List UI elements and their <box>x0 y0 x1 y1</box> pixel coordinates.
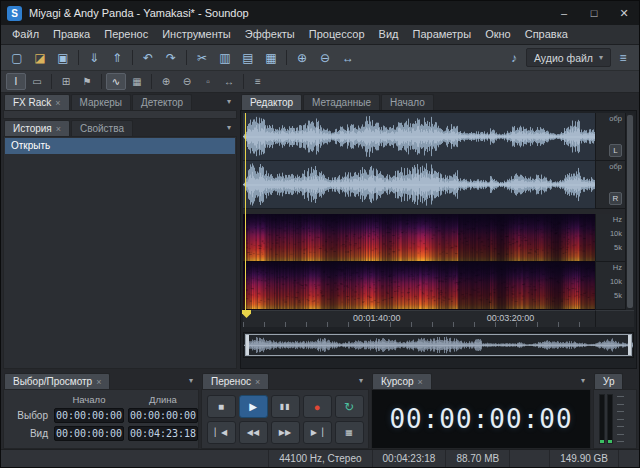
marker-tool-button[interactable]: ⚑ <box>77 73 97 90</box>
zoom-selection-tool-button[interactable]: ▫ <box>198 73 218 90</box>
overview-strip[interactable] <box>243 332 634 358</box>
rewind-button[interactable]: ◀◀ <box>239 421 268 444</box>
spectral-view-toggle-button[interactable]: ▦ <box>127 73 147 90</box>
waveform-view-toggle-button[interactable]: ∿ <box>106 73 126 90</box>
cursor-time-display[interactable]: 00:00:00:00 <box>389 404 572 434</box>
menu-processor[interactable]: Процессор <box>302 25 372 44</box>
amplitude-ruler-left[interactable]: обр L <box>595 113 625 161</box>
tab-transport[interactable]: Перенос × <box>202 373 269 389</box>
tab-label: Редактор <box>250 97 293 108</box>
record-button[interactable]: ● <box>303 395 332 418</box>
menu-window[interactable]: Окно <box>478 25 518 44</box>
tab-history[interactable]: История × <box>4 120 70 136</box>
menu-view[interactable]: Вид <box>372 25 406 44</box>
fast-forward-button[interactable]: ▶▶ <box>271 421 300 444</box>
close-tab-icon[interactable]: × <box>255 377 260 387</box>
history-list: Открыть <box>3 136 237 369</box>
tab-selection-view[interactable]: Выбор/Просмотр × <box>4 373 110 389</box>
menu-effects[interactable]: Эффекты <box>238 25 302 44</box>
loop-playback-button[interactable]: ↻ <box>335 395 364 418</box>
panel-menu-icon[interactable]: ▾ <box>184 376 198 385</box>
tab-detector[interactable]: Детектор <box>132 94 192 110</box>
panel-menu-icon[interactable]: ▾ <box>576 376 590 385</box>
menu-edit[interactable]: Правка <box>46 25 97 44</box>
maximize-button[interactable]: □ <box>579 1 609 25</box>
panel-layout-button[interactable]: ≡ <box>612 48 634 68</box>
selection-length-field[interactable]: 00:00:00:00 <box>128 408 198 423</box>
tab-markers[interactable]: Маркеры <box>71 94 131 110</box>
view-start-field[interactable]: 00:00:00:00 <box>54 426 124 441</box>
menu-tools[interactable]: Инструменты <box>155 25 238 44</box>
status-file-size: 88.70 MB <box>445 450 509 467</box>
panel-menu-icon[interactable]: ▾ <box>354 376 368 385</box>
tab-metadata[interactable]: Метаданные <box>303 94 380 110</box>
tab-properties[interactable]: Свойства <box>71 120 133 136</box>
history-item-open[interactable]: Открыть <box>5 138 235 154</box>
playhead-cursor[interactable] <box>245 113 246 310</box>
frequency-ruler-right[interactable]: Hz 10k 5k <box>595 262 625 310</box>
spectrogram-left-channel[interactable] <box>243 214 595 262</box>
scrollbar-thumb[interactable] <box>627 115 633 308</box>
right-channel-button[interactable]: R <box>609 192 622 205</box>
workspace: FX Rack × Маркеры Детектор ▾ История × <box>3 93 637 369</box>
vertical-scrollbar[interactable] <box>625 113 634 310</box>
tab-cursor[interactable]: Курсор × <box>372 373 432 389</box>
close-tab-icon[interactable]: × <box>418 377 423 387</box>
go-to-start-button[interactable]: ▏◀ <box>207 421 236 444</box>
time-select-tool-button[interactable]: I <box>6 73 26 90</box>
titlebar[interactable]: S Miyagi & Andy Panda - Yamakasi* - Soun… <box>1 1 639 25</box>
paste-button[interactable]: ▤ <box>237 48 259 68</box>
audio-device-icon[interactable]: ♪ <box>503 48 525 68</box>
waveform-right-channel[interactable] <box>243 161 595 209</box>
spectrogram-right-channel[interactable] <box>243 262 595 310</box>
pause-button[interactable]: ▮▮ <box>271 395 300 418</box>
close-tab-icon[interactable]: × <box>56 124 61 134</box>
menu-transport[interactable]: Перенос <box>97 25 155 44</box>
scroll-view-tool-button[interactable]: ↔ <box>219 73 239 90</box>
zoom-out-tool-button[interactable]: ⊖ <box>177 73 197 90</box>
redo-button[interactable]: ↷ <box>160 48 182 68</box>
tab-fx-rack[interactable]: FX Rack × <box>4 94 70 110</box>
snap-toggle-button[interactable]: ⊞ <box>56 73 76 90</box>
close-tab-icon[interactable]: × <box>55 98 60 108</box>
menu-help[interactable]: Справка <box>518 25 575 44</box>
new-file-button[interactable]: ▢ <box>6 48 28 68</box>
panel-menu-icon[interactable]: ▾ <box>222 97 236 106</box>
undo-button[interactable]: ↶ <box>137 48 159 68</box>
menu-options[interactable]: Параметры <box>405 25 478 44</box>
open-file-button[interactable]: ◪ <box>29 48 51 68</box>
zoom-out-button[interactable]: ⊖ <box>314 48 336 68</box>
editor-dock: Редактор Метаданные Начало обр L обр <box>240 93 637 369</box>
menu-file[interactable]: Файл <box>5 25 46 44</box>
frequency-ruler-left[interactable]: Hz 10k 5k <box>595 214 625 262</box>
stop-button[interactable]: ■ <box>207 395 236 418</box>
zoom-in-tool-button[interactable]: ⊕ <box>156 73 176 90</box>
range-select-tool-button[interactable]: ▭ <box>27 73 47 90</box>
close-tab-icon[interactable]: × <box>96 377 101 387</box>
play-options-button[interactable]: ▦ <box>335 421 364 444</box>
close-button[interactable]: ✕ <box>609 1 639 25</box>
left-channel-button[interactable]: L <box>609 144 622 157</box>
waveform-left-channel[interactable] <box>243 113 595 161</box>
export-file-button[interactable]: ⇑ <box>106 48 128 68</box>
mix-paste-button[interactable]: ▦ <box>260 48 282 68</box>
selection-start-field[interactable]: 00:00:00:00 <box>54 408 124 423</box>
amplitude-ruler-right[interactable]: обр R <box>595 161 625 209</box>
panel-menu-icon[interactable]: ▾ <box>222 123 236 132</box>
import-file-button[interactable]: ⇓ <box>83 48 105 68</box>
tab-levels[interactable]: Ур <box>594 373 623 389</box>
copy-button[interactable]: ▥ <box>214 48 236 68</box>
tools-menu-button[interactable]: ≡ <box>248 73 268 90</box>
view-length-field[interactable]: 00:04:23:18 <box>128 426 198 441</box>
tab-start[interactable]: Начало <box>381 94 434 110</box>
zoom-full-button[interactable]: ↔ <box>337 48 359 68</box>
cut-button[interactable]: ✂ <box>191 48 213 68</box>
timeline-ruler[interactable]: 00:01:40:00 00:03:20:00 <box>243 310 595 327</box>
minimize-button[interactable]: – <box>549 1 579 25</box>
save-file-button[interactable]: ▣ <box>52 48 74 68</box>
tab-editor[interactable]: Редактор <box>241 94 302 110</box>
workspace-selector[interactable]: Аудио файл ▾ <box>526 48 611 67</box>
go-to-end-button[interactable]: ▶▕ <box>303 421 332 444</box>
zoom-in-button[interactable]: ⊕ <box>291 48 313 68</box>
play-button[interactable]: ▶ <box>239 395 268 418</box>
